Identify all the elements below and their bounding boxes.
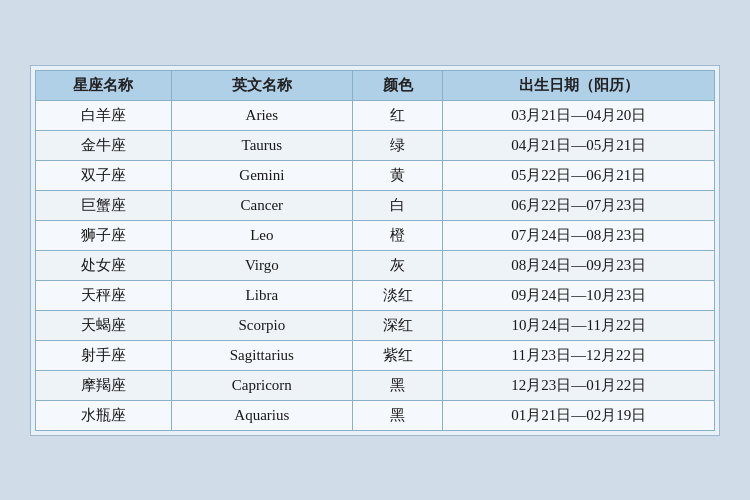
table-row: 摩羯座Capricorn黑12月23日—01月22日 xyxy=(36,370,715,400)
cell-zh: 金牛座 xyxy=(36,130,172,160)
table-row: 狮子座Leo橙07月24日—08月23日 xyxy=(36,220,715,250)
header-en: 英文名称 xyxy=(171,70,352,100)
header-color: 颜色 xyxy=(352,70,443,100)
table-row: 水瓶座Aquarius黑01月21日—02月19日 xyxy=(36,400,715,430)
cell-date: 12月23日—01月22日 xyxy=(443,370,715,400)
cell-zh: 天秤座 xyxy=(36,280,172,310)
cell-date: 05月22日—06月21日 xyxy=(443,160,715,190)
cell-date: 04月21日—05月21日 xyxy=(443,130,715,160)
cell-date: 01月21日—02月19日 xyxy=(443,400,715,430)
cell-en: Sagittarius xyxy=(171,340,352,370)
cell-color: 橙 xyxy=(352,220,443,250)
cell-color: 淡红 xyxy=(352,280,443,310)
cell-date: 09月24日—10月23日 xyxy=(443,280,715,310)
cell-zh: 狮子座 xyxy=(36,220,172,250)
cell-color: 白 xyxy=(352,190,443,220)
cell-en: Libra xyxy=(171,280,352,310)
cell-en: Aries xyxy=(171,100,352,130)
cell-color: 深红 xyxy=(352,310,443,340)
cell-en: Aquarius xyxy=(171,400,352,430)
cell-en: Capricorn xyxy=(171,370,352,400)
cell-zh: 双子座 xyxy=(36,160,172,190)
cell-zh: 水瓶座 xyxy=(36,400,172,430)
cell-zh: 天蝎座 xyxy=(36,310,172,340)
table-row: 巨蟹座Cancer白06月22日—07月23日 xyxy=(36,190,715,220)
table-header-row: 星座名称 英文名称 颜色 出生日期（阳历） xyxy=(36,70,715,100)
cell-en: Leo xyxy=(171,220,352,250)
cell-zh: 白羊座 xyxy=(36,100,172,130)
cell-date: 07月24日—08月23日 xyxy=(443,220,715,250)
cell-date: 10月24日—11月22日 xyxy=(443,310,715,340)
cell-date: 06月22日—07月23日 xyxy=(443,190,715,220)
cell-color: 黄 xyxy=(352,160,443,190)
table-row: 天蝎座Scorpio深红10月24日—11月22日 xyxy=(36,310,715,340)
cell-color: 紫红 xyxy=(352,340,443,370)
header-zh: 星座名称 xyxy=(36,70,172,100)
table-row: 白羊座Aries红03月21日—04月20日 xyxy=(36,100,715,130)
table-row: 天秤座Libra淡红09月24日—10月23日 xyxy=(36,280,715,310)
cell-date: 03月21日—04月20日 xyxy=(443,100,715,130)
header-date: 出生日期（阳历） xyxy=(443,70,715,100)
cell-en: Taurus xyxy=(171,130,352,160)
cell-color: 绿 xyxy=(352,130,443,160)
cell-color: 灰 xyxy=(352,250,443,280)
cell-color: 红 xyxy=(352,100,443,130)
cell-zh: 射手座 xyxy=(36,340,172,370)
table-row: 金牛座Taurus绿04月21日—05月21日 xyxy=(36,130,715,160)
cell-color: 黑 xyxy=(352,370,443,400)
cell-zh: 摩羯座 xyxy=(36,370,172,400)
cell-date: 08月24日—09月23日 xyxy=(443,250,715,280)
cell-date: 11月23日—12月22日 xyxy=(443,340,715,370)
table-row: 处女座Virgo灰08月24日—09月23日 xyxy=(36,250,715,280)
table-row: 射手座Sagittarius紫红11月23日—12月22日 xyxy=(36,340,715,370)
cell-en: Gemini xyxy=(171,160,352,190)
cell-zh: 巨蟹座 xyxy=(36,190,172,220)
zodiac-table-container: 星座名称 英文名称 颜色 出生日期（阳历） 白羊座Aries红03月21日—04… xyxy=(30,65,720,436)
cell-color: 黑 xyxy=(352,400,443,430)
zodiac-table: 星座名称 英文名称 颜色 出生日期（阳历） 白羊座Aries红03月21日—04… xyxy=(35,70,715,431)
cell-en: Cancer xyxy=(171,190,352,220)
table-row: 双子座Gemini黄05月22日—06月21日 xyxy=(36,160,715,190)
cell-en: Virgo xyxy=(171,250,352,280)
cell-zh: 处女座 xyxy=(36,250,172,280)
cell-en: Scorpio xyxy=(171,310,352,340)
